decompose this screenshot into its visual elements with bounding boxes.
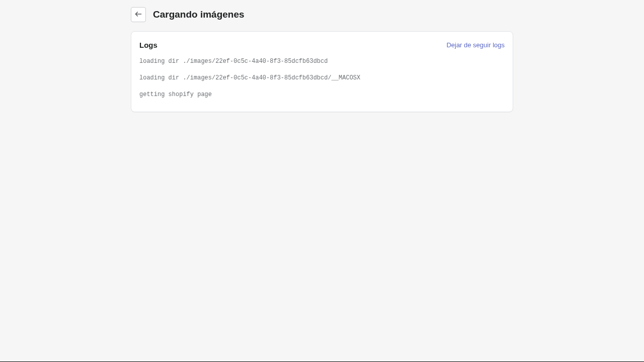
log-lines: loading dir ./images/22ef-0c5c-4a40-8f3-… bbox=[139, 57, 505, 99]
card-title: Logs bbox=[139, 41, 157, 49]
card-header: Logs Dejar de seguir logs bbox=[139, 41, 505, 49]
log-line: getting shopify page bbox=[139, 90, 505, 99]
log-line: loading dir ./images/22ef-0c5c-4a40-8f3-… bbox=[139, 74, 505, 82]
page-header: Cargando imágenes bbox=[131, 7, 513, 22]
arrow-left-icon bbox=[134, 10, 142, 20]
logs-card: Logs Dejar de seguir logs loading dir ./… bbox=[131, 31, 513, 112]
back-button[interactable] bbox=[131, 7, 146, 22]
log-line: loading dir ./images/22ef-0c5c-4a40-8f3-… bbox=[139, 57, 505, 66]
main-container: Cargando imágenes Logs Dejar de seguir l… bbox=[131, 0, 513, 112]
page-title: Cargando imágenes bbox=[153, 9, 245, 20]
stop-following-logs-link[interactable]: Dejar de seguir logs bbox=[446, 41, 505, 49]
